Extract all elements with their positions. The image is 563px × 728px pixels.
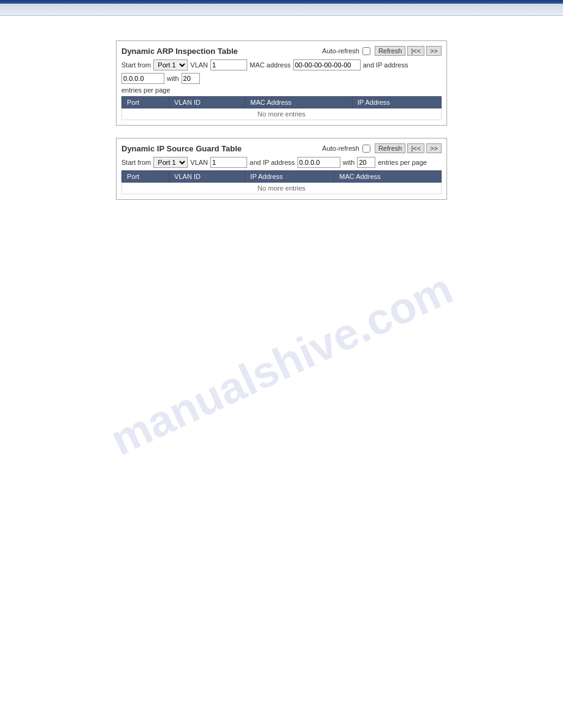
arp-col-port: Port [122, 97, 169, 108]
ip-col-mac: MAC Address [334, 171, 442, 183]
ip-no-entries-text: No more entries [122, 183, 442, 194]
arp-entries-per-page-label: entries per page [121, 86, 170, 94]
ip-no-entries-row: No more entries [122, 183, 442, 194]
arp-panel-title: Dynamic ARP Inspection Table [121, 47, 238, 56]
ip-col-vlanid: VLAN ID [169, 171, 245, 183]
arp-panel-controls: Auto-refresh Refresh |<< >> [322, 46, 442, 56]
arp-auto-refresh-label: Auto-refresh [322, 47, 359, 55]
ip-filter-row: Start from Port 1 Port 2 Port 3 Port 4 V… [121, 157, 442, 168]
arp-filter-row: Start from Port 1 Port 2 Port 3 Port 4 V… [121, 59, 442, 84]
ip-with-label: with [343, 159, 355, 166]
ip-panel-controls: Auto-refresh Refresh |<< >> [322, 143, 442, 153]
arp-prev-button[interactable]: |<< [407, 46, 424, 56]
page-content: Dynamic ARP Inspection Table Auto-refres… [0, 16, 563, 224]
ip-port-select[interactable]: Port 1 Port 2 Port 3 Port 4 [153, 157, 188, 168]
ip-ip-label: and IP address [250, 159, 295, 166]
ip-table: Port VLAN ID IP Address MAC Address No m… [121, 170, 442, 194]
arp-panel-header: Dynamic ARP Inspection Table Auto-refres… [121, 46, 442, 56]
arp-port-select[interactable]: Port 1 Port 2 Port 3 Port 4 [153, 59, 188, 70]
arp-ip-label: and IP address [363, 61, 408, 69]
ip-start-from-label: Start from [121, 159, 151, 166]
arp-inspection-panel: Dynamic ARP Inspection Table Auto-refres… [116, 40, 447, 126]
arp-mac-input[interactable] [293, 59, 361, 70]
arp-ip-input[interactable] [121, 73, 164, 84]
arp-vlan-input[interactable] [210, 59, 247, 70]
arp-col-ip: IP Address [352, 97, 441, 108]
sub-bar [0, 4, 563, 16]
arp-table: Port VLAN ID MAC Address IP Address No m… [121, 96, 442, 120]
ip-col-port: Port [122, 171, 169, 183]
ip-col-ip: IP Address [245, 171, 334, 183]
ip-vlan-input[interactable] [210, 157, 247, 168]
ip-auto-refresh-checkbox[interactable] [362, 145, 370, 153]
arp-mac-label: MAC address [250, 61, 291, 69]
ip-ip-input[interactable] [297, 157, 340, 168]
ip-panel-header: Dynamic IP Source Guard Table Auto-refre… [121, 143, 442, 153]
ip-next-button[interactable]: >> [426, 143, 442, 153]
arp-vlan-label: VLAN [190, 61, 208, 69]
ip-auto-refresh-label: Auto-refresh [322, 145, 359, 152]
arp-next-button[interactable]: >> [426, 46, 442, 56]
arp-no-entries-text: No more entries [122, 108, 442, 120]
ip-refresh-button[interactable]: Refresh [375, 143, 406, 153]
ip-panel-title: Dynamic IP Source Guard Table [121, 144, 242, 153]
arp-col-vlanid: VLAN ID [169, 97, 245, 108]
ip-table-header-row: Port VLAN ID IP Address MAC Address [122, 171, 442, 183]
ip-vlan-label: VLAN [190, 159, 208, 166]
arp-entries-input[interactable] [182, 73, 200, 84]
ip-entries-per-page-label: entries per page [378, 159, 427, 166]
arp-no-entries-row: No more entries [122, 108, 442, 120]
arp-table-header-row: Port VLAN ID MAC Address IP Address [122, 97, 442, 108]
ip-prev-button[interactable]: |<< [407, 143, 424, 153]
arp-auto-refresh-checkbox[interactable] [362, 47, 370, 55]
ip-entries-input[interactable] [357, 157, 375, 168]
arp-refresh-button[interactable]: Refresh [375, 46, 406, 56]
arp-start-from-label: Start from [121, 61, 151, 69]
ip-guard-panel: Dynamic IP Source Guard Table Auto-refre… [116, 138, 447, 200]
arp-with-label: with [167, 75, 179, 82]
arp-col-mac: MAC Address [245, 97, 353, 108]
